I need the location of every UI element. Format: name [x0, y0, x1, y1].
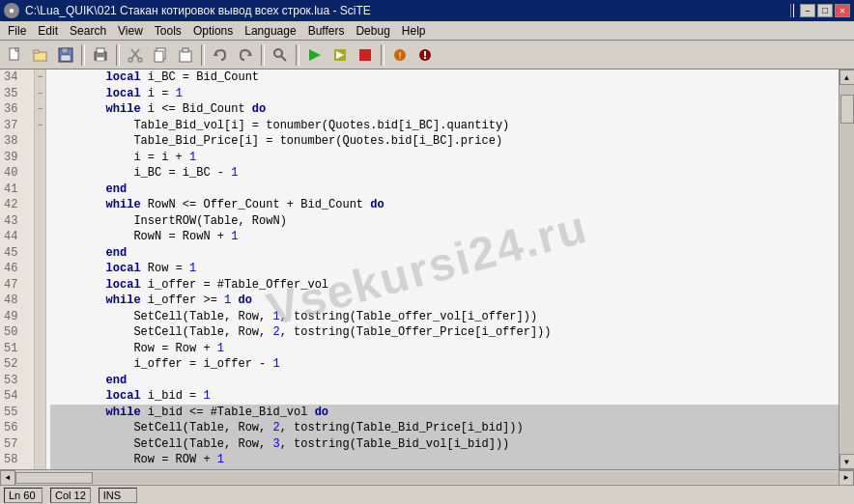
status-col: Col 12 — [50, 488, 91, 503]
maximize-button[interactable]: □ — [817, 4, 833, 17]
title-bar: ● C:\Lua_QUIK\021 Стакан котировок вывод… — [0, 0, 854, 21]
line-number: 40 — [4, 165, 28, 182]
line-number: 42 — [4, 197, 28, 213]
close-button[interactable]: ✕ — [835, 4, 850, 17]
svg-line-21 — [281, 56, 286, 61]
scroll-up-button[interactable]: ▲ — [840, 70, 855, 85]
line-number: 48 — [4, 293, 28, 309]
code-line: InsertROW(Table, RowN) — [50, 213, 839, 230]
code-line: end — [50, 245, 839, 262]
status-ins: INS — [99, 488, 137, 503]
code-area: 3435363738394041424344454647484950515253… — [0, 70, 854, 469]
debug2-button[interactable] — [413, 43, 437, 67]
line-number: 44 — [4, 229, 28, 245]
line-numbers: 3435363738394041424344454647484950515253… — [0, 70, 35, 469]
fold-marker[interactable]: − — [35, 118, 46, 134]
svg-point-13 — [138, 58, 142, 62]
sep1 — [81, 44, 85, 66]
svg-marker-22 — [309, 49, 321, 61]
menu-search[interactable]: Search — [64, 23, 112, 39]
app-icon: ● — [4, 3, 19, 18]
code-line: while i_bid <= #Table_Bid_vol do — [50, 405, 839, 421]
code-line: end — [50, 373, 839, 389]
fold-marker[interactable]: − — [35, 70, 46, 86]
paste-button[interactable] — [174, 43, 197, 67]
window-title: C:\Lua_QUIK\021 Стакан котировок вывод в… — [25, 4, 371, 17]
code-line: Row = ROW + 1 — [50, 452, 839, 468]
code-line: SetCell(Table, Row, 3, tostring(Table_Bi… — [50, 436, 839, 453]
code-line: i = i + 1 — [50, 150, 839, 166]
svg-point-20 — [274, 49, 282, 57]
line-number: 53 — [4, 373, 28, 389]
menu-language[interactable]: Language — [239, 23, 301, 39]
debug1-button[interactable]: ! — [388, 43, 412, 67]
svg-rect-6 — [61, 55, 71, 61]
code-container: 3435363738394041424344454647484950515253… — [0, 70, 854, 485]
line-number: 34 — [4, 70, 28, 86]
line-number: 52 — [4, 356, 28, 373]
sep3 — [201, 44, 205, 66]
new-button[interactable] — [4, 43, 27, 67]
code-line: end — [50, 182, 839, 198]
line-number: 51 — [4, 341, 28, 357]
menu-bar: File Edit Search View Tools Options Lang… — [0, 21, 854, 41]
code-line: SetCell(Table, Row, 2, tostring(Table_Bi… — [50, 420, 839, 436]
code-line: local Row = 1 — [50, 261, 839, 277]
svg-rect-5 — [62, 48, 68, 53]
code-line: i_BC = i_BC - 1 — [50, 165, 839, 182]
menu-view[interactable]: View — [112, 23, 149, 39]
scroll-down-button[interactable]: ▼ — [840, 454, 855, 469]
menu-help[interactable]: Help — [396, 23, 432, 39]
find-button[interactable] — [269, 43, 292, 67]
code-line: i_offer = i_offer - 1 — [50, 356, 839, 373]
menu-options[interactable]: Options — [187, 23, 239, 39]
code-line: local i_offer = #Table_Offer_vol — [50, 277, 839, 294]
sep2 — [116, 44, 120, 66]
horizontal-scrollbar-container: ◄ ► — [0, 469, 854, 485]
h-scroll-track — [15, 472, 839, 484]
svg-rect-17 — [183, 48, 188, 52]
save-button[interactable] — [54, 43, 77, 67]
scroll-thumb[interactable] — [840, 95, 854, 124]
status-bar: Ln 60 Col 12 INS — [0, 485, 854, 504]
compile-button[interactable] — [303, 43, 327, 67]
open-button[interactable] — [29, 43, 52, 67]
line-number: 47 — [4, 277, 28, 294]
code-line: SetCell(Table, Row, 2, tostring(Table_Of… — [50, 324, 839, 341]
scroll-right-button[interactable]: ► — [839, 470, 854, 486]
stop-button[interactable] — [354, 43, 377, 67]
menu-edit[interactable]: Edit — [32, 23, 64, 39]
svg-rect-9 — [97, 57, 104, 61]
code-line: local i_bid = 1 — [50, 388, 839, 405]
cut-button[interactable] — [124, 43, 147, 67]
print-button[interactable] — [89, 43, 112, 67]
run-button[interactable] — [328, 43, 352, 67]
code-scroll: 3435363738394041424344454647484950515253… — [0, 70, 854, 469]
copy-button[interactable] — [149, 43, 172, 67]
line-number: 39 — [4, 150, 28, 166]
vertical-scrollbar[interactable]: ▲ ▼ — [839, 70, 854, 469]
minimize-button[interactable]: – — [800, 4, 815, 17]
window-controls: – □ ✕ — [786, 4, 850, 17]
redo-button[interactable] — [234, 43, 257, 67]
menu-file[interactable]: File — [2, 23, 32, 39]
fold-marker[interactable]: − — [35, 101, 46, 118]
fold-marker[interactable]: − — [35, 86, 46, 102]
menu-tools[interactable]: Tools — [149, 23, 187, 39]
svg-marker-1 — [15, 48, 18, 51]
svg-rect-3 — [34, 50, 39, 53]
toolbar: ! — [0, 41, 854, 70]
svg-rect-15 — [155, 51, 163, 62]
scroll-left-button[interactable]: ◄ — [0, 470, 15, 486]
line-number: 37 — [4, 118, 28, 134]
h-scroll-thumb[interactable] — [15, 472, 93, 484]
code-line: Table_Bid_Price[i] = tonumber(Quotes.bid… — [50, 133, 839, 150]
sep5 — [296, 44, 299, 66]
menu-debug[interactable]: Debug — [350, 23, 395, 39]
code-line: while i <= Bid_Count do — [50, 101, 839, 118]
svg-rect-8 — [97, 48, 104, 53]
menu-buffers[interactable]: Buffers — [302, 23, 351, 39]
code-line: Table_Bid_vol[i] = tonumber(Quotes.bid[i… — [50, 118, 839, 134]
undo-button[interactable] — [209, 43, 232, 67]
code-editor[interactable]: local i_BC = Bid_Count local i = 1 while… — [46, 70, 839, 469]
